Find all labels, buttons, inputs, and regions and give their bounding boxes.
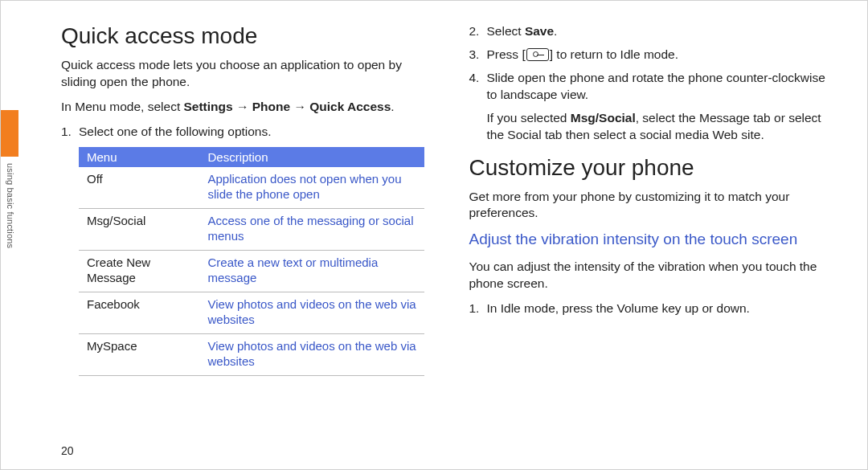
msg-social-note: If you selected Msg/Social, select the M… (469, 110, 833, 144)
table-header-menu: Menu (79, 147, 200, 167)
table-header-description: Description (200, 147, 425, 167)
intro-paragraph: Quick access mode lets you choose an app… (61, 57, 425, 91)
table-cell-menu: Create New Message (79, 250, 200, 292)
options-table: Menu Description Off Application does no… (79, 147, 424, 376)
page-number: 20 (61, 444, 74, 457)
table-cell-desc: View photos and videos on the web via we… (200, 292, 425, 333)
table-cell-menu: Msg/Social (79, 208, 200, 250)
table-cell-desc: Application does not open when you slide… (200, 167, 425, 209)
section-tab-marker (1, 110, 18, 157)
step-number: 1. (469, 300, 480, 317)
step-number: 1. (61, 124, 72, 141)
document-page: using basic functions Quick access mode … (0, 0, 868, 470)
heading-quick-access: Quick access mode (61, 23, 425, 49)
menu-path-bold: Settings → Phone → Quick Access (184, 100, 391, 113)
step-number: 2. (469, 23, 480, 40)
column-right: 2. Select Save. 3. Press [] to return to… (469, 23, 833, 376)
menu-path: In Menu mode, select Settings → Phone → … (61, 99, 425, 116)
step-1: 1. Select one of the following options. (61, 124, 425, 141)
step-text: In Idle mode, press the Volume key up or… (487, 301, 750, 315)
section-tab-label: using basic functions (2, 163, 15, 276)
table-cell-menu: MySpace (79, 333, 200, 375)
vibration-intro: You can adjust the intensity of the vibr… (469, 259, 833, 292)
menu-path-pre: In Menu mode, select (61, 100, 184, 113)
column-left: Quick access mode Quick access mode lets… (61, 23, 425, 376)
step-number: 4. (469, 70, 480, 87)
menu-path-post: . (391, 100, 394, 113)
table-cell-menu: Off (79, 167, 200, 209)
heading-customize: Customize your phone (469, 155, 833, 181)
step-text: Press [] to return to Idle mode. (487, 47, 679, 61)
step-text: Select one of the following options. (79, 125, 272, 138)
table-row: Create New Message Create a new text or … (79, 250, 424, 292)
table-cell-desc: Access one of the messaging or social me… (200, 208, 425, 250)
table-cell-desc: Create a new text or multimedia message (200, 250, 425, 292)
page-content: Quick access mode Quick access mode lets… (61, 23, 833, 376)
step-text: Slide open the phone and rotate the phon… (487, 71, 825, 101)
table-row: Off Application does not open when you s… (79, 167, 424, 209)
table-row: Facebook View photos and videos on the w… (79, 292, 424, 333)
table-row: MySpace View photos and videos on the we… (79, 333, 424, 375)
step-number: 3. (469, 47, 480, 63)
table-row: Msg/Social Access one of the messaging o… (79, 208, 424, 250)
subheading-vibration: Adjust the vibration intensity on the to… (469, 230, 833, 249)
table-cell-desc: View photos and videos on the web via we… (200, 333, 425, 375)
end-call-icon (526, 48, 549, 61)
customize-intro: Get more from your phone by customizing … (469, 189, 833, 223)
step-text: Select Save. (487, 24, 558, 38)
step-2: 2. Select Save. (469, 23, 833, 40)
step-4: 4. Slide open the phone and rotate the p… (469, 70, 833, 104)
vibration-step-1: 1. In Idle mode, press the Volume key up… (469, 300, 833, 317)
step-3: 3. Press [] to return to Idle mode. (469, 47, 833, 63)
table-cell-menu: Facebook (79, 292, 200, 333)
